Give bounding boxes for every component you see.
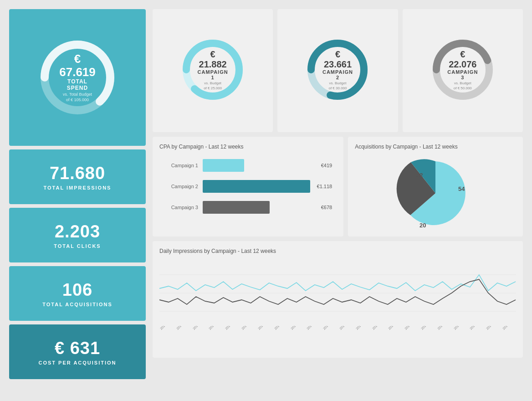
date-label: 2016-02-20 <box>388 326 401 330</box>
bar-track-c3 <box>203 201 314 214</box>
campaign-3-sub1: vs. Budget <box>445 81 480 85</box>
bar-track-c2 <box>203 180 310 193</box>
date-label: 2016-02-04 <box>257 326 271 330</box>
svg-text:54: 54 <box>458 185 465 192</box>
clicks-card: 2.203 TOTAL CLICKS <box>9 208 146 262</box>
campaign-3-center: € 22.076 CAMPAIGN 3 vs. Budget of € 50.0… <box>445 49 480 90</box>
campaign-3-label: CAMPAIGN 3 <box>445 69 480 80</box>
daily-chart-title: Daily Impressions by Campaign - Last 12 … <box>159 248 516 254</box>
bar-fill-c3 <box>203 201 270 214</box>
campaign-1-card: € 21.882 CAMPAIGN 1 vs. Budget of € 25.0… <box>153 9 273 132</box>
date-label: 2016-02-26 <box>437 326 450 330</box>
campaign-3-donut: € 22.076 CAMPAIGN 3 vs. Budget of € 50.0… <box>429 36 497 104</box>
bar-value-c1: €419 <box>321 163 332 168</box>
acquisitions-label: TOTAL ACQUISITIONS <box>42 302 113 307</box>
svg-text:20: 20 <box>419 222 426 229</box>
campaign-3-card: € 22.076 CAMPAIGN 3 vs. Budget of € 50.0… <box>403 9 523 132</box>
impressions-label: TOTAL IMPRESSIONS <box>44 185 112 190</box>
bar-value-c3: €678 <box>321 205 332 210</box>
date-label: 2016-02-06 <box>274 326 287 330</box>
date-label: 2016-01-27 <box>208 326 222 330</box>
acq-chart-title: Acquisitions by Campaign - Last 12 weeks <box>355 144 516 150</box>
clicks-number: 2.203 <box>55 222 100 242</box>
total-spend-label: TOTAL SPEND <box>57 79 98 92</box>
bar-label-c3: Campaign 3 <box>164 205 198 210</box>
bar-row-c3: Campaign 3 €678 <box>164 201 332 214</box>
cpa-bar-chart: Campaign 1 €419 Campaign 2 €1.118 <box>159 157 337 216</box>
bar-fill-c1 <box>203 159 244 172</box>
total-spend-sub2: of € 105.000 <box>57 98 98 103</box>
date-label: 2016-03-05 <box>502 326 516 330</box>
campaign-1-sub1: vs. Budget <box>196 81 230 85</box>
date-label: 2016-02-18 <box>372 326 385 330</box>
bar-fill-c2 <box>203 180 310 193</box>
date-label: 2016-03-01 <box>469 326 483 330</box>
cpa-chart-title: CPA by Campaign - Last 12 weeks <box>159 144 337 150</box>
date-label: 2016-02-14 <box>339 326 353 330</box>
date-label: 2016-01-31 <box>241 326 255 330</box>
daily-chart-card: Daily Impressions by Campaign - Last 12 … <box>153 241 523 358</box>
total-spend-sub1: vs. Total Budget <box>57 93 98 97</box>
charts-row: CPA by Campaign - Last 12 weeks Campaign… <box>153 137 523 236</box>
campaign-3-amount: € 22.076 <box>445 49 480 69</box>
total-spend-donut: € 67.619 TOTAL SPEND vs. Total Budget of… <box>36 36 118 118</box>
right-column: € 21.882 CAMPAIGN 1 vs. Budget of € 25.0… <box>153 9 523 379</box>
date-label: 2016-02-28 <box>453 326 467 330</box>
total-spend-center: € 67.619 TOTAL SPEND vs. Total Budget of… <box>57 52 98 102</box>
campaign-2-card: € 23.661 CAMPAIGN 2 vs. Budget of € 30.0… <box>277 9 398 132</box>
bar-label-c2: Campaign 2 <box>164 184 198 189</box>
date-label: 2016-01-29 <box>225 326 238 330</box>
campaign-2-amount: € 23.661 <box>321 49 355 69</box>
campaign-2-center: € 23.661 CAMPAIGN 2 vs. Budget of € 30.0… <box>321 49 355 90</box>
acquisitions-number: 106 <box>62 280 92 300</box>
date-label: 2016-02-22 <box>404 326 418 330</box>
campaign-1-center: € 21.882 CAMPAIGN 1 vs. Budget of € 25.0… <box>196 49 230 90</box>
bar-value-c2: €1.118 <box>317 184 332 189</box>
date-label: 2016-01-21 <box>159 326 173 330</box>
date-label: 2016-01-23 <box>176 326 189 330</box>
bar-track-c1 <box>203 159 314 172</box>
campaign-2-donut: € 23.661 CAMPAIGN 2 vs. Budget of € 30.0… <box>303 36 372 104</box>
cpa-chart-card: CPA by Campaign - Last 12 weeks Campaign… <box>153 137 343 236</box>
line-chart-area <box>159 261 516 325</box>
acq-chart-card: Acquisitions by Campaign - Last 12 weeks… <box>348 137 523 236</box>
bar-row-c1: Campaign 1 €419 <box>164 159 332 172</box>
cpa-label: COST PER ACQUISITION <box>39 360 117 365</box>
campaign-2-sub2: of € 30.000 <box>321 86 355 90</box>
date-label: 2016-02-16 <box>355 326 369 330</box>
cpa-number: € 631 <box>55 339 100 358</box>
campaign-1-donut: € 21.882 CAMPAIGN 1 vs. Budget of € 25.0… <box>179 36 247 104</box>
campaign-3-sub2: of € 50.000 <box>445 86 480 90</box>
svg-text:32: 32 <box>416 172 423 179</box>
campaign-2-sub1: vs. Budget <box>321 81 355 85</box>
impressions-number: 71.680 <box>50 164 105 183</box>
acquisitions-card: 106 TOTAL ACQUISITIONS <box>9 266 146 321</box>
total-spend-amount: € 67.619 <box>57 52 98 78</box>
campaign-1-label: CAMPAIGN 1 <box>196 69 230 80</box>
date-label: 2016-01-25 <box>192 326 206 330</box>
bar-label-c1: Campaign 1 <box>164 163 198 168</box>
campaign-1-sub2: of € 25.000 <box>196 86 230 90</box>
date-label: 2016-02-08 <box>290 326 304 330</box>
pie-area: 54 32 20 <box>355 157 516 230</box>
impressions-card: 71.680 TOTAL IMPRESSIONS <box>9 149 146 204</box>
date-label: 2016-02-10 <box>306 326 320 330</box>
campaign-cards-row: € 21.882 CAMPAIGN 1 vs. Budget of € 25.0… <box>153 9 523 132</box>
clicks-label: TOTAL CLICKS <box>54 243 101 249</box>
date-label: 2016-03-03 <box>486 326 499 330</box>
campaign-2-label: CAMPAIGN 2 <box>321 69 355 80</box>
cpa-card: € 631 COST PER ACQUISITION <box>9 324 146 379</box>
total-spend-card: € 67.619 TOTAL SPEND vs. Total Budget of… <box>9 9 146 146</box>
date-label: 2016-02-12 <box>322 326 336 330</box>
bar-row-c2: Campaign 2 €1.118 <box>164 180 332 193</box>
left-column: € 67.619 TOTAL SPEND vs. Total Budget of… <box>9 9 146 379</box>
date-label: 2016-02-24 <box>420 326 434 330</box>
campaign-1-amount: € 21.882 <box>196 49 230 69</box>
main-layout: € 67.619 TOTAL SPEND vs. Total Budget of… <box>9 9 523 379</box>
